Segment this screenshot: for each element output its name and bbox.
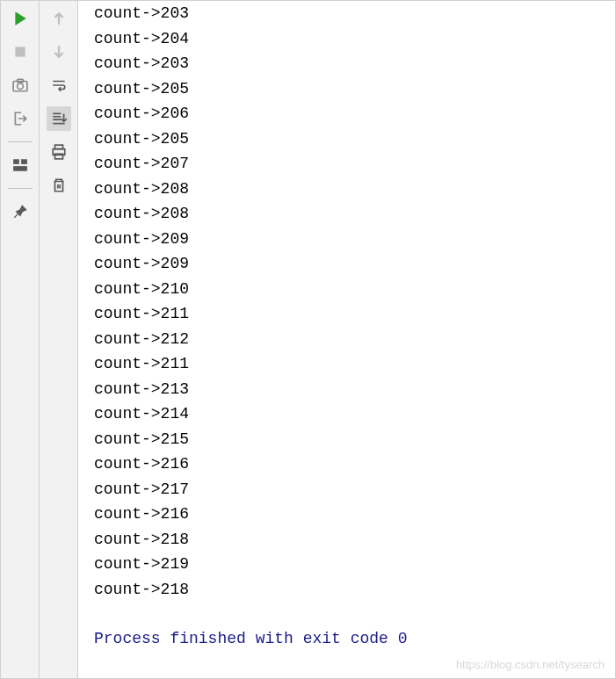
toolbar-primary xyxy=(1,1,40,678)
console-line: count->216 xyxy=(94,502,599,527)
console-line: count->214 xyxy=(94,401,599,427)
play-icon xyxy=(12,11,28,26)
console-line: count->212 xyxy=(94,327,599,352)
console-line: count->203 xyxy=(94,1,599,26)
toolbar-secondary xyxy=(40,1,78,678)
print-button[interactable] xyxy=(47,140,71,164)
console-line: count->203 xyxy=(94,51,599,76)
stop-button[interactable] xyxy=(8,40,33,64)
main-container: count->203count->204count->203count->205… xyxy=(1,1,615,678)
camera-icon xyxy=(12,77,28,93)
trash-icon xyxy=(51,177,67,193)
pin-icon xyxy=(12,204,28,220)
console-line: count->218 xyxy=(94,577,599,603)
console-line: count->216 xyxy=(94,451,599,477)
layout-icon xyxy=(12,157,28,173)
console-line: count->204 xyxy=(94,26,599,52)
svg-rect-5 xyxy=(21,159,27,164)
toolbar-divider-2 xyxy=(8,188,33,189)
exit-message: Process finished with exit code 0 xyxy=(94,626,599,652)
console-line: count->207 xyxy=(94,151,599,177)
exit-icon xyxy=(12,111,28,126)
console-line: count->217 xyxy=(94,477,599,502)
console-line: count->211 xyxy=(94,351,599,377)
run-button[interactable] xyxy=(8,6,33,31)
console-line: count->219 xyxy=(94,552,599,577)
arrow-down-icon xyxy=(51,44,67,60)
console-line: count->211 xyxy=(94,301,599,327)
up-button[interactable] xyxy=(47,6,71,31)
pin-button[interactable] xyxy=(8,199,33,224)
svg-rect-9 xyxy=(54,154,62,159)
svg-rect-4 xyxy=(13,159,19,164)
layout-button[interactable] xyxy=(8,153,33,177)
wrap-icon xyxy=(51,77,67,93)
console-line: count->209 xyxy=(94,227,599,252)
svg-rect-0 xyxy=(15,47,25,56)
console-line: count->218 xyxy=(94,527,599,553)
console-line: count->205 xyxy=(94,76,599,102)
console-line: count->213 xyxy=(94,377,599,402)
delete-button[interactable] xyxy=(47,173,71,198)
console-output[interactable]: count->203count->204count->203count->205… xyxy=(78,1,615,678)
wrap-button[interactable] xyxy=(47,73,71,98)
console-content: count->203count->204count->203count->205… xyxy=(78,1,615,669)
print-icon xyxy=(51,144,67,160)
console-line: count->206 xyxy=(94,101,599,126)
exit-button[interactable] xyxy=(8,106,33,131)
camera-button[interactable] xyxy=(8,73,33,98)
svg-point-3 xyxy=(17,83,23,90)
stop-icon xyxy=(12,44,28,60)
console-line: count->208 xyxy=(94,201,599,227)
arrow-up-icon xyxy=(51,11,67,26)
down-button[interactable] xyxy=(47,40,71,64)
scroll-to-end-button[interactable] xyxy=(47,106,71,131)
console-line: count->205 xyxy=(94,126,599,152)
scroll-icon xyxy=(51,111,67,126)
console-line: count->215 xyxy=(94,427,599,452)
toolbar-divider xyxy=(8,141,33,142)
console-line: count->210 xyxy=(94,277,599,302)
svg-rect-6 xyxy=(13,166,27,171)
console-line: count->208 xyxy=(94,177,599,202)
console-line: count->209 xyxy=(94,251,599,277)
